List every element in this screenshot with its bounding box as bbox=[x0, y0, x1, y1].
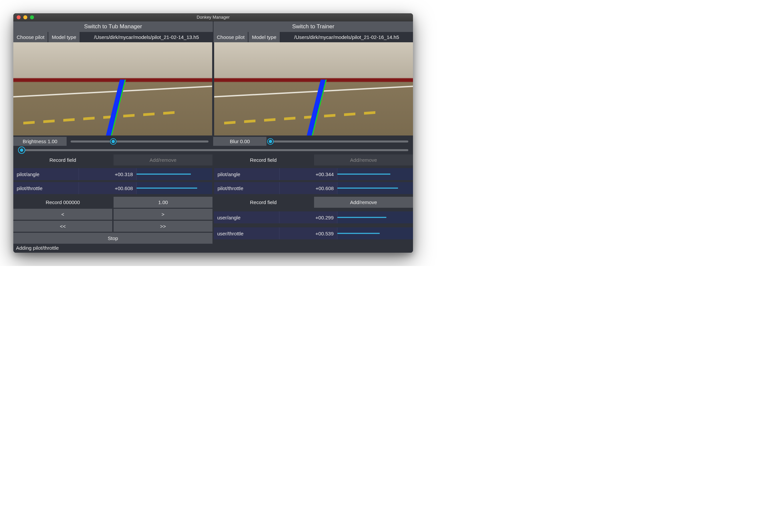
metric-value: +00.344 bbox=[280, 168, 337, 180]
prev-frame-button[interactable]: < bbox=[13, 209, 112, 220]
record-speed-button[interactable]: 1.00 bbox=[113, 197, 212, 208]
record-field-label-right-1: Record field bbox=[214, 155, 313, 165]
metric-name: pilot/throttle bbox=[214, 182, 280, 194]
metric-name: pilot/throttle bbox=[13, 182, 79, 194]
choose-pilot-button-left[interactable]: Choose pilot bbox=[13, 32, 48, 42]
app-window: Donkey Manager Switch to Tub Manager Swi… bbox=[13, 13, 413, 253]
status-bar: Adding pilot/throttle bbox=[13, 244, 413, 253]
prev-fast-button[interactable]: << bbox=[13, 221, 112, 232]
model-path-left: /Users/dirk/mycar/models/pilot_21-02-14_… bbox=[80, 32, 213, 42]
metric-row: pilot/throttle +00.608 bbox=[214, 182, 413, 194]
window-controls bbox=[17, 15, 34, 19]
minimize-icon[interactable] bbox=[23, 15, 27, 19]
model-type-button-right[interactable]: Model type bbox=[248, 32, 280, 42]
metric-value: +00.608 bbox=[79, 182, 137, 194]
stop-button[interactable]: Stop bbox=[13, 233, 212, 244]
model-type-button-left[interactable]: Model type bbox=[48, 32, 79, 42]
metric-name: pilot/angle bbox=[214, 168, 280, 180]
brightness-slider[interactable] bbox=[70, 141, 208, 143]
record-field-label-left: Record field bbox=[13, 155, 112, 165]
metric-name: pilot/angle bbox=[13, 168, 79, 180]
maximize-icon[interactable] bbox=[30, 15, 34, 19]
blur-slider-thumb[interactable] bbox=[267, 138, 274, 145]
choose-pilot-button-right[interactable]: Choose pilot bbox=[213, 32, 248, 42]
next-frame-button[interactable]: > bbox=[113, 209, 212, 220]
metric-row: pilot/angle +00.344 bbox=[214, 168, 413, 180]
metric-bar bbox=[137, 168, 212, 180]
metric-bar bbox=[337, 182, 413, 194]
timeline-slider-thumb[interactable] bbox=[18, 147, 25, 154]
blur-label: Blur 0.00 bbox=[213, 137, 266, 146]
add-remove-button-right-1[interactable]: Add/remove bbox=[314, 155, 413, 165]
metrics-col-left: pilot/angle +00.318 pilot/throttle +00.6… bbox=[13, 165, 212, 197]
titlebar: Donkey Manager bbox=[13, 13, 413, 21]
metric-name: user/throttle bbox=[214, 227, 280, 240]
add-remove-button-right-2[interactable]: Add/remove bbox=[314, 197, 413, 208]
switch-tub-manager-button[interactable]: Switch to Tub Manager bbox=[13, 21, 213, 32]
window-title: Donkey Manager bbox=[197, 15, 230, 20]
metric-row: user/throttle +00.539 bbox=[214, 227, 413, 240]
metric-bar bbox=[337, 227, 413, 240]
metric-bar bbox=[137, 182, 212, 194]
metric-row: pilot/angle +00.318 bbox=[13, 168, 212, 180]
metric-value: +00.608 bbox=[280, 182, 337, 194]
metric-row: pilot/throttle +00.608 bbox=[13, 182, 212, 194]
timeline-slider[interactable] bbox=[18, 149, 408, 151]
record-field-label-right-2: Record field bbox=[214, 197, 313, 208]
model-path-right: /Users/dirk/mycar/models/pilot_21-02-16_… bbox=[281, 32, 413, 42]
metric-value: +00.539 bbox=[280, 227, 337, 240]
metric-name: user/angle bbox=[214, 211, 280, 223]
metric-value: +00.299 bbox=[280, 211, 337, 223]
blur-slider[interactable] bbox=[271, 141, 408, 143]
metric-row: user/angle +00.299 bbox=[214, 211, 413, 223]
next-fast-button[interactable]: >> bbox=[113, 221, 212, 232]
close-icon[interactable] bbox=[17, 15, 21, 19]
record-counter: Record 000000 bbox=[13, 197, 112, 208]
metric-value: +00.318 bbox=[79, 168, 137, 180]
camera-view-left bbox=[13, 42, 212, 136]
metric-bar bbox=[337, 211, 413, 223]
brightness-slider-thumb[interactable] bbox=[110, 138, 116, 145]
add-remove-button-left[interactable]: Add/remove bbox=[113, 155, 212, 165]
metrics-col-right-pilot: pilot/angle +00.344 pilot/throttle +00.6… bbox=[214, 165, 413, 197]
camera-view-right bbox=[214, 42, 413, 136]
switch-trainer-button[interactable]: Switch to Trainer bbox=[213, 21, 413, 32]
brightness-label: Brightness 1.00 bbox=[13, 137, 66, 146]
metric-bar bbox=[337, 168, 413, 180]
